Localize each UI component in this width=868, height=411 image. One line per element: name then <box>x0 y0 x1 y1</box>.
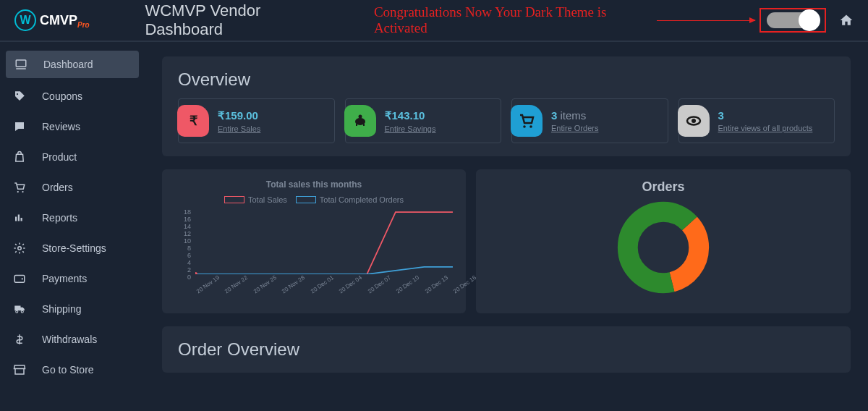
topbar: W CMVP Pro WCMVP Vendor Dashboard Congra… <box>0 0 868 42</box>
sidebar-item-orders[interactable]: Orders <box>0 172 145 203</box>
svg-point-21 <box>692 119 696 123</box>
svg-point-24 <box>628 212 699 283</box>
overview-card-entire-views-of-all-products: 3 Entire views of all products <box>678 98 835 143</box>
annotation-label: Congratulations Now Your Dark Theme is A… <box>374 4 655 36</box>
sidebar-item-go-to-store[interactable]: Go to Store <box>0 355 145 385</box>
overview-link[interactable]: Entire Savings <box>385 124 436 133</box>
svg-point-11 <box>16 310 18 313</box>
toggle-knob <box>799 9 820 31</box>
sidebar-item-label: Orders <box>42 182 73 193</box>
logo-text: CMVP <box>40 13 77 28</box>
overview-row: ₹ ₹159.00 Entire Sales ₹143.10 Entire Sa… <box>178 98 835 143</box>
sidebar-item-label: Reviews <box>42 121 80 132</box>
charts-row: Total sales this months Total Sales Tota… <box>162 169 851 313</box>
sales-chart-legend: Total Sales Total Completed Orders <box>175 195 453 204</box>
legend-total-sales[interactable]: Total Sales <box>224 195 287 204</box>
home-icon[interactable] <box>839 13 854 27</box>
sidebar-item-label: Product <box>42 151 77 163</box>
sidebar-item-shipping[interactable]: Shipping <box>0 294 145 324</box>
overview-value: ₹159.00 <box>218 109 260 122</box>
wallet-icon <box>13 272 26 285</box>
truck-icon <box>13 302 26 315</box>
svg-point-3 <box>17 191 19 192</box>
logo-subtext: Pro <box>77 21 90 29</box>
overview-card: Overview ₹ ₹159.00 Entire Sales ₹143.10 … <box>162 56 851 156</box>
overview-card-entire-orders: 3 items Entire Orders <box>511 98 668 143</box>
cart-icon <box>13 181 26 194</box>
eye-icon <box>678 105 710 137</box>
svg-text:₹: ₹ <box>190 114 198 128</box>
sidebar-item-label: Dashboard <box>43 59 93 70</box>
svg-point-22 <box>195 272 197 274</box>
sidebar-item-product[interactable]: Product <box>0 142 145 172</box>
sidebar-item-withdrawals[interactable]: Withdrawals <box>0 324 145 355</box>
svg-point-8 <box>18 247 22 250</box>
svg-point-2 <box>17 93 18 95</box>
gear-icon <box>13 242 26 255</box>
sidebar-item-coupons[interactable]: Coupons <box>0 81 145 111</box>
overview-value: 3 <box>718 109 813 122</box>
svg-point-12 <box>21 310 23 313</box>
dollar-icon <box>13 333 26 346</box>
annotation-arrow <box>657 20 755 21</box>
line-plot <box>195 208 453 274</box>
sidebar-item-label: Shipping <box>42 303 82 315</box>
legend-completed-orders[interactable]: Total Completed Orders <box>296 195 404 204</box>
svg-rect-16 <box>356 124 357 126</box>
sidebar-item-label: Withdrawals <box>42 334 97 345</box>
theme-toggle-highlight <box>760 8 826 33</box>
x-axis: 20 Nov 1920 Nov 2220 Nov 2520 Nov 2820 D… <box>175 289 453 296</box>
overview-link[interactable]: Entire Orders <box>551 124 598 132</box>
svg-point-19 <box>529 125 532 128</box>
svg-rect-17 <box>363 124 365 126</box>
sidebar-item-payments[interactable]: Payments <box>0 263 145 294</box>
sales-chart-title: Total sales this months <box>175 179 453 190</box>
bag-icon <box>13 151 26 164</box>
overview-card-entire-sales: ₹ ₹159.00 Entire Sales <box>178 98 335 143</box>
overview-card-entire-savings: ₹143.10 Entire Savings <box>345 98 502 143</box>
rupee-icon: ₹ <box>177 105 209 137</box>
page-title: WCMVP Vendor Dashboard <box>145 1 337 39</box>
order-overview-card: Order Overview <box>162 326 851 373</box>
sidebar-item-label: Payments <box>42 273 87 284</box>
sidebar-item-label: Store-Settings <box>42 242 106 254</box>
sidebar-item-reviews[interactable]: Reviews <box>0 111 145 142</box>
overview-value: 3 items <box>551 109 598 122</box>
annotation-text: Congratulations Now Your Dark Theme is A… <box>374 4 755 36</box>
order-overview-title: Order Overview <box>178 339 835 360</box>
bar-icon <box>13 211 26 224</box>
svg-rect-5 <box>15 217 17 221</box>
store-icon <box>13 363 26 376</box>
sidebar-item-label: Reports <box>42 212 77 224</box>
svg-rect-0 <box>16 60 26 67</box>
cart-icon <box>511 105 542 137</box>
sidebar-item-dashboard[interactable]: Dashboard <box>6 51 139 78</box>
theme-toggle[interactable] <box>767 12 819 28</box>
sidebar: DashboardCouponsReviewsProductOrdersRepo… <box>0 42 145 411</box>
sidebar-item-label: Go to Store <box>42 364 94 376</box>
tag-icon <box>13 90 26 103</box>
sidebar-item-store-settings[interactable]: Store-Settings <box>0 233 145 263</box>
monitor-icon <box>14 58 27 71</box>
overview-link[interactable]: Entire views of all products <box>718 124 813 132</box>
logo[interactable]: W CMVP Pro <box>14 9 137 31</box>
svg-rect-7 <box>21 218 22 221</box>
sidebar-item-reports[interactable]: Reports <box>0 203 145 233</box>
svg-point-10 <box>22 278 23 279</box>
y-axis: 181614121086420 <box>175 208 191 275</box>
logo-mark: W <box>14 9 36 31</box>
overview-value: ₹143.10 <box>385 109 436 122</box>
chat-icon <box>13 120 26 133</box>
main-content: Overview ₹ ₹159.00 Entire Sales ₹143.10 … <box>145 42 868 411</box>
orders-donut <box>616 200 710 295</box>
svg-point-4 <box>22 191 23 192</box>
piggy-icon <box>344 105 376 137</box>
sales-chart-card: Total sales this months Total Sales Tota… <box>162 169 466 313</box>
orders-chart-card: Orders <box>476 169 851 313</box>
overview-title: Overview <box>178 69 835 90</box>
overview-link[interactable]: Entire Sales <box>218 124 260 133</box>
svg-point-18 <box>523 125 526 128</box>
sidebar-item-label: Coupons <box>42 90 82 102</box>
svg-rect-6 <box>18 215 20 221</box>
orders-chart-title: Orders <box>642 179 684 195</box>
